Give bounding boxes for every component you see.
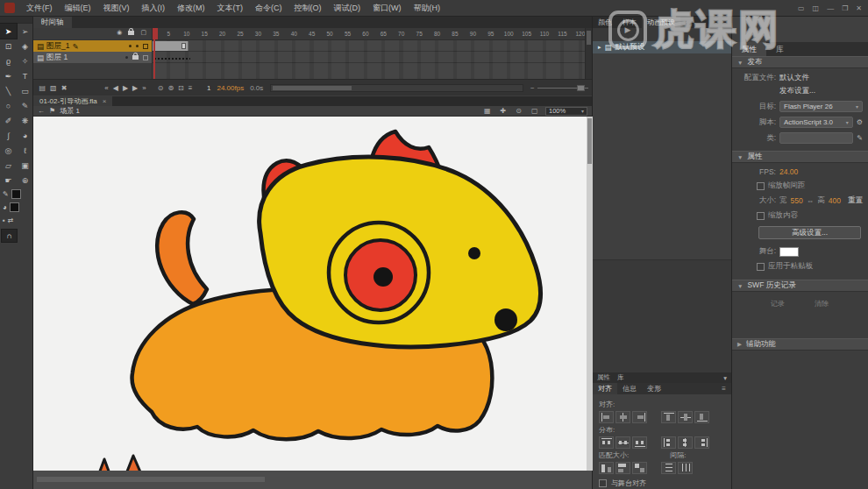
scene-label[interactable]: 场景 1: [60, 106, 80, 116]
new-layer-icon[interactable]: ▤: [37, 84, 48, 92]
advanced-settings-button[interactable]: 高级设置...: [758, 226, 861, 239]
zoom-slider-thumb[interactable]: [577, 85, 585, 91]
paint-bucket-tool[interactable]: ◕: [17, 128, 33, 143]
go-first-frame-icon[interactable]: «: [103, 84, 110, 92]
arrange-documents-icon[interactable]: ▭: [798, 4, 805, 12]
layer-outline-color-box[interactable]: [143, 44, 148, 49]
align-to-stage-checkbox[interactable]: [599, 479, 607, 487]
lock-all-layers-icon[interactable]: [128, 31, 134, 35]
scale-spans-checkbox[interactable]: [757, 182, 765, 190]
menu-item[interactable]: 控制(O): [288, 0, 328, 17]
publish-settings-button[interactable]: 发布设置...: [779, 86, 815, 96]
timeline-horizontal-scrollbar[interactable]: [270, 84, 523, 92]
distribute-dch-button[interactable]: [678, 436, 693, 449]
step-forward-icon[interactable]: ▶: [131, 84, 140, 92]
align-ach-button[interactable]: [615, 411, 630, 423]
layer-lock-icon[interactable]: [132, 55, 139, 60]
bone-tool[interactable]: ∫: [0, 128, 17, 143]
menu-item[interactable]: 视图(V): [97, 0, 136, 17]
align-at-button[interactable]: [661, 411, 676, 423]
class-field[interactable]: [779, 132, 853, 144]
document-tab-close-icon[interactable]: ×: [103, 96, 107, 106]
layer-row-2[interactable]: ▤ 图层 1: [33, 52, 152, 63]
fill-color-swatch[interactable]: [10, 202, 19, 212]
align-group-tab-2[interactable]: 信息: [617, 383, 642, 394]
edit-scene-icon[interactable]: ▦: [481, 107, 493, 115]
deco-tool[interactable]: ❋: [17, 113, 33, 128]
menu-item[interactable]: 文件(F): [20, 0, 59, 17]
distribute-dcv-button[interactable]: [615, 436, 630, 449]
size-link-icon[interactable]: ⇔: [807, 196, 815, 205]
layer-visibility-dot[interactable]: [129, 45, 132, 47]
hand-tool[interactable]: ☛: [0, 173, 17, 188]
properties-tab-2[interactable]: 库: [766, 42, 793, 56]
stage-canvas[interactable]: [33, 117, 593, 471]
distribute-dl-button[interactable]: [661, 436, 676, 449]
distribute-dt-button[interactable]: [599, 436, 614, 449]
menu-item[interactable]: 命令(C): [249, 0, 288, 17]
rectangle-tool[interactable]: ▭: [17, 83, 33, 98]
zoom-level-select[interactable]: 100%▾: [545, 107, 587, 116]
menu-item[interactable]: 调试(D): [328, 0, 367, 17]
swap-colors-icon[interactable]: ⇄: [8, 216, 14, 224]
panel-tab-3[interactable]: 动画预设: [642, 17, 680, 28]
preset-folder-label[interactable]: 默认预设: [615, 42, 645, 53]
eraser-tool[interactable]: ▱: [0, 158, 17, 173]
minimize-button[interactable]: —: [827, 4, 834, 12]
eyedropper-tool[interactable]: ℓ: [17, 143, 33, 158]
zoom-tool[interactable]: ⊕: [17, 173, 33, 188]
distribute-dr-button[interactable]: [694, 436, 709, 449]
group-tab[interactable]: 库: [617, 373, 624, 382]
group-tab[interactable]: 属性: [597, 373, 610, 382]
frame-rate[interactable]: 24.00fps: [217, 84, 244, 92]
clip-content-icon[interactable]: ▢: [529, 107, 540, 115]
edit-multiple-frames-icon[interactable]: ≡: [186, 84, 195, 92]
onion-skin-icon[interactable]: ⊚: [166, 84, 176, 92]
edit-symbol-icon[interactable]: ✚: [498, 107, 509, 115]
frame-span[interactable]: [153, 41, 189, 51]
menu-item[interactable]: 插入(I): [136, 0, 172, 17]
collapse-icon[interactable]: ▾: [723, 374, 727, 382]
stage-color-swatch[interactable]: [779, 247, 799, 257]
onion-skin-outline-icon[interactable]: ⊡: [176, 84, 187, 92]
size-sh-button[interactable]: [678, 462, 693, 474]
line-tool[interactable]: ╲: [0, 83, 17, 98]
panel-tab-2[interactable]: 样本: [617, 17, 642, 28]
stroke-color-swatch[interactable]: [11, 189, 21, 199]
reset-button[interactable]: 重置: [848, 195, 863, 206]
height-value[interactable]: 400: [829, 196, 841, 205]
menu-item[interactable]: 编辑(E): [59, 0, 97, 17]
menu-item[interactable]: 窗口(W): [366, 0, 408, 17]
layer-outline-color-box[interactable]: [143, 55, 148, 60]
panel-menu-icon[interactable]: ≡: [716, 383, 731, 394]
align-ab-button[interactable]: [694, 411, 709, 423]
size-mw-button[interactable]: [599, 462, 614, 474]
script-select[interactable]: ActionScript 3.0▾: [779, 117, 853, 128]
align-group-tab-3[interactable]: 变形: [642, 383, 666, 394]
lasso-tool[interactable]: ϱ: [0, 53, 17, 68]
expand-arrow-icon[interactable]: ▸: [598, 44, 601, 51]
restore-button[interactable]: ❒: [842, 4, 848, 12]
magic-wand-tool[interactable]: ✧: [17, 53, 33, 68]
fps-value[interactable]: 24.00: [779, 167, 798, 176]
layer-name[interactable]: 图层 1: [46, 53, 68, 63]
camera-tool[interactable]: ▣: [17, 158, 33, 173]
oval-tool[interactable]: ○: [0, 98, 17, 113]
apply-pasteboard-checkbox[interactable]: [757, 263, 765, 271]
timeline-tab[interactable]: 时间轴: [33, 17, 72, 28]
layer-visibility-dot[interactable]: [125, 56, 128, 59]
canvas-horizontal-scrollbar[interactable]: [33, 471, 593, 489]
frame-row[interactable]: [153, 52, 585, 63]
subselection-tool[interactable]: ➢: [17, 24, 33, 39]
back-icon[interactable]: ←: [38, 107, 45, 115]
swf-clear-button[interactable]: 清除: [815, 299, 829, 308]
size-mwh-button[interactable]: [632, 462, 647, 474]
distribute-db-button[interactable]: [632, 436, 647, 449]
close-button[interactable]: ✕: [856, 4, 862, 12]
swf-log-button[interactable]: 记录: [771, 299, 785, 308]
workspace-switcher-icon[interactable]: ◫: [813, 4, 820, 12]
frame-ruler[interactable]: 1510152025303540455055606570758085909510…: [153, 28, 585, 40]
gradient-transform-tool[interactable]: ◈: [17, 39, 33, 53]
center-stage-icon[interactable]: ⊙: [514, 107, 524, 115]
text-tool[interactable]: T: [17, 68, 33, 83]
